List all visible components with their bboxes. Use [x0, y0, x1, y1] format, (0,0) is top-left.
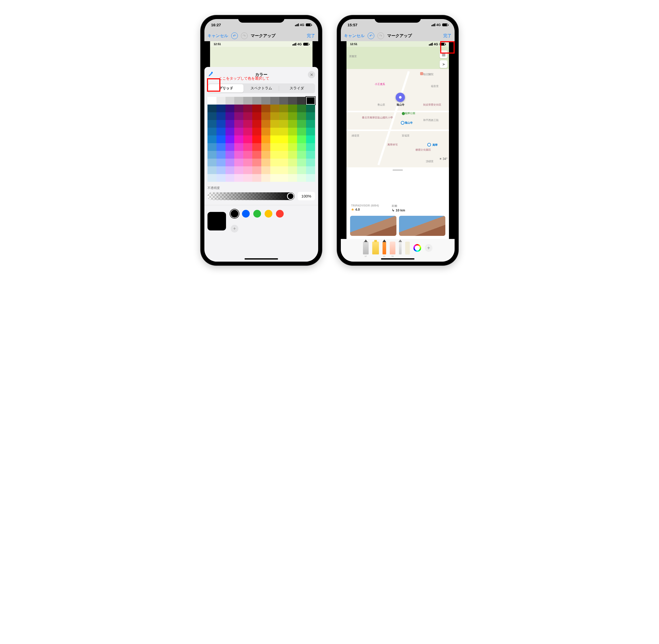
color-swatch[interactable]	[297, 120, 306, 128]
color-swatch[interactable]	[288, 120, 297, 128]
color-swatch[interactable]	[297, 135, 306, 143]
color-swatch[interactable]	[306, 166, 315, 174]
map-locate-button[interactable]: ➤	[440, 60, 447, 68]
color-swatch[interactable]	[216, 120, 226, 128]
color-swatch[interactable]	[297, 105, 306, 112]
color-swatch[interactable]	[297, 143, 306, 151]
color-swatch[interactable]	[208, 151, 216, 159]
color-swatch[interactable]	[306, 105, 315, 112]
color-swatch[interactable]	[226, 151, 235, 159]
highlighter-tool[interactable]	[372, 242, 379, 254]
color-grid[interactable]	[208, 105, 315, 182]
gray-swatch[interactable]	[306, 97, 315, 105]
color-swatch[interactable]	[226, 128, 235, 135]
color-swatch[interactable]	[279, 174, 288, 182]
color-swatch[interactable]	[252, 151, 261, 159]
close-button[interactable]: ✕	[308, 71, 315, 78]
color-swatch[interactable]	[208, 105, 216, 112]
color-swatch[interactable]	[252, 128, 261, 135]
color-swatch[interactable]	[208, 159, 216, 166]
color-swatch[interactable]	[270, 143, 279, 151]
color-swatch[interactable]	[270, 159, 279, 166]
color-swatch[interactable]	[216, 105, 226, 112]
color-swatch[interactable]	[243, 151, 252, 159]
color-swatch[interactable]	[252, 112, 261, 120]
color-swatch[interactable]	[279, 166, 288, 174]
color-swatch[interactable]	[226, 159, 235, 166]
color-swatch[interactable]	[279, 112, 288, 120]
color-swatch[interactable]	[270, 105, 279, 112]
color-swatch[interactable]	[288, 143, 297, 151]
pencil-tool[interactable]: 81	[382, 242, 386, 254]
color-swatch[interactable]	[270, 151, 279, 159]
color-swatch[interactable]	[306, 143, 315, 151]
color-swatch[interactable]	[234, 151, 243, 159]
color-swatch[interactable]	[208, 135, 216, 143]
color-swatch[interactable]	[261, 166, 270, 174]
color-swatch[interactable]	[252, 143, 261, 151]
color-swatch[interactable]	[208, 112, 216, 120]
color-swatch[interactable]	[226, 174, 235, 182]
color-swatch[interactable]	[288, 135, 297, 143]
color-swatch[interactable]	[297, 166, 306, 174]
recent-swatch[interactable]	[265, 210, 272, 217]
color-swatch[interactable]	[270, 166, 279, 174]
tab-sliders[interactable]: スライダ	[279, 84, 314, 92]
photo-thumb[interactable]	[350, 216, 396, 236]
sheet-handle[interactable]	[393, 169, 403, 171]
color-swatch[interactable]	[270, 120, 279, 128]
color-swatch[interactable]	[234, 135, 243, 143]
color-swatch[interactable]	[234, 120, 243, 128]
gray-row[interactable]	[208, 97, 315, 105]
recent-swatch[interactable]	[276, 210, 284, 217]
color-picker-button[interactable]	[414, 244, 421, 252]
pen-tool[interactable]: 97	[363, 242, 369, 254]
color-swatch[interactable]	[216, 128, 226, 135]
lasso-tool[interactable]	[399, 242, 402, 254]
color-swatch[interactable]	[279, 135, 288, 143]
color-swatch[interactable]	[306, 159, 315, 166]
color-swatch[interactable]	[252, 166, 261, 174]
color-swatch[interactable]	[279, 128, 288, 135]
color-swatch[interactable]	[243, 166, 252, 174]
color-swatch[interactable]	[243, 112, 252, 120]
gray-swatch[interactable]	[234, 97, 243, 105]
color-swatch[interactable]	[306, 174, 315, 182]
color-swatch[interactable]	[226, 120, 235, 128]
color-swatch[interactable]	[261, 143, 270, 151]
location-pin[interactable]	[396, 93, 405, 102]
gray-swatch[interactable]	[288, 97, 297, 105]
color-swatch[interactable]	[297, 128, 306, 135]
color-swatch[interactable]	[208, 174, 216, 182]
color-swatch[interactable]	[252, 120, 261, 128]
tab-spectrum[interactable]: スペクトラム	[243, 84, 279, 92]
photo-thumb[interactable]	[399, 216, 445, 236]
color-swatch[interactable]	[243, 120, 252, 128]
color-swatch[interactable]	[216, 135, 226, 143]
color-swatch[interactable]	[288, 105, 297, 112]
color-swatch[interactable]	[261, 112, 270, 120]
undo-button[interactable]: ↶	[368, 32, 374, 39]
color-swatch[interactable]	[243, 174, 252, 182]
gray-swatch[interactable]	[252, 97, 261, 105]
color-swatch[interactable]	[216, 166, 226, 174]
color-swatch[interactable]	[261, 105, 270, 112]
color-swatch[interactable]	[234, 112, 243, 120]
color-swatch[interactable]	[243, 159, 252, 166]
color-swatch[interactable]	[261, 159, 270, 166]
color-swatch[interactable]	[226, 112, 235, 120]
color-swatch[interactable]	[261, 120, 270, 128]
opacity-knob[interactable]	[287, 192, 294, 200]
color-swatch[interactable]	[234, 174, 243, 182]
color-swatch[interactable]	[216, 174, 226, 182]
color-swatch[interactable]	[226, 143, 235, 151]
recent-swatch[interactable]	[253, 210, 261, 217]
color-swatch[interactable]	[261, 135, 270, 143]
color-swatch[interactable]	[270, 135, 279, 143]
color-swatch[interactable]	[306, 128, 315, 135]
detail-sheet[interactable]: TRIPADVISOR (6894) ★ 4.0 距離 ↳ 10 km	[347, 167, 449, 239]
color-swatch[interactable]	[279, 105, 288, 112]
color-swatch[interactable]	[279, 120, 288, 128]
gray-swatch[interactable]	[208, 97, 216, 105]
color-swatch[interactable]	[297, 151, 306, 159]
